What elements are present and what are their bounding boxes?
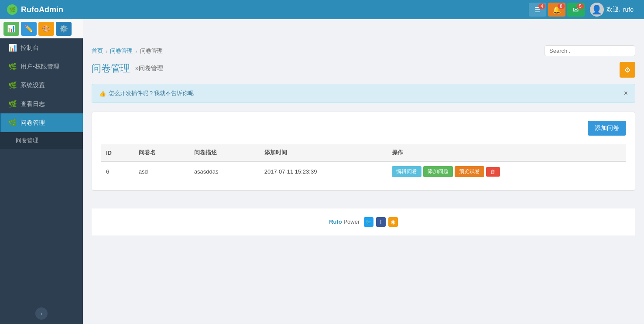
dashboard-icon-btn[interactable]: 📊 <box>3 22 19 36</box>
footer: Rufo Power 🐦 f ◉ <box>92 208 635 235</box>
icon-toolbar: 📊 ✏️ 🎨 ⚙️ <box>0 19 83 38</box>
sidebar-item-dashboard[interactable]: 📊 控制台 <box>0 38 83 57</box>
brand-logo-icon: 🌿 <box>7 4 17 15</box>
alert-text: 👍 怎么开发插件呢？我就不告诉你呢 <box>99 89 194 97</box>
sidebar-item-label: 系统设置 <box>21 82 45 89</box>
sidebar-sub-item-survey-manage[interactable]: 问卷管理 <box>0 132 83 149</box>
sidebar: 📊 控制台 🌿 用户-权限管理 🌿 系统设置 🌿 查看日志 🌿 问卷管理 问卷管… <box>0 38 83 324</box>
brand: 🌿 RufoAdmin <box>7 4 63 15</box>
rss-icon[interactable]: ◉ <box>388 217 398 227</box>
edit-icon-btn[interactable]: ✏️ <box>21 22 37 36</box>
delete-survey-btn[interactable]: 🗑 <box>486 167 500 177</box>
sidebar-item-system[interactable]: 🌿 系统设置 <box>0 76 83 95</box>
cell-id: 6 <box>101 161 134 181</box>
add-question-btn[interactable]: 添加问题 <box>423 166 453 177</box>
messages-btn[interactable]: ☰ 4 <box>529 3 546 17</box>
footer-brand: Rufo <box>329 218 342 225</box>
notifications-badge: 8 <box>558 3 565 9</box>
page-gear-btn[interactable]: ⚙ <box>620 62 635 78</box>
theme-icon-btn[interactable]: 🎨 <box>38 22 54 36</box>
layout: 📊 控制台 🌿 用户-权限管理 🌿 系统设置 🌿 查看日志 🌿 问卷管理 问卷管… <box>0 0 644 324</box>
cell-time: 2017-07-11 15:23:39 <box>259 161 387 181</box>
cell-desc: asasddas <box>189 161 259 181</box>
user-icon: 🌿 <box>8 62 17 71</box>
brand-name: RufoAdmin <box>21 5 63 14</box>
cell-name: asd <box>134 161 189 181</box>
messages-badge: 4 <box>538 3 545 9</box>
notifications-btn[interactable]: 🔔 8 <box>548 3 565 17</box>
preview-survey-btn[interactable]: 预览试卷 <box>455 166 484 177</box>
twitter-icon[interactable]: 🐦 <box>364 217 373 227</box>
alert-icon: 👍 <box>99 90 106 97</box>
add-survey-btn[interactable]: 添加问卷 <box>588 121 626 136</box>
page-header: 问卷管理 »问卷管理 ⚙ <box>92 62 635 75</box>
sidebar-item-label: 用户-权限管理 <box>21 63 59 71</box>
avatar: 👤 <box>590 3 604 17</box>
edit-survey-btn[interactable]: 编辑问卷 <box>392 166 421 177</box>
mail-btn[interactable]: ✉ 5 <box>567 3 585 17</box>
alert-message: 怎么开发插件呢？我就不告诉你呢 <box>109 89 194 97</box>
survey-icon: 🌿 <box>8 119 17 127</box>
breadcrumb-sep-2: › <box>135 48 137 55</box>
mail-badge: 5 <box>577 3 584 9</box>
col-action: 操作 <box>387 144 626 161</box>
col-name: 问卷名 <box>134 144 189 161</box>
col-time: 添加时间 <box>259 144 387 161</box>
top-navbar: 🌿 RufoAdmin ☰ 4 🔔 8 ✉ 5 👤 欢迎, rufo <box>0 0 644 19</box>
panel-toolbar: 添加问卷 <box>101 121 626 136</box>
main-content: 首页 › 问卷管理 › 问卷管理 问卷管理 »问卷管理 ⚙ 👍 怎么开发插件呢？… <box>83 38 644 324</box>
user-name: rufo <box>623 6 634 13</box>
dashboard-icon: 📊 <box>8 44 17 52</box>
sidebar-item-label: 问卷管理 <box>21 119 45 127</box>
user-info[interactable]: 👤 欢迎, rufo <box>586 1 637 18</box>
system-icon: 🌿 <box>8 81 17 89</box>
breadcrumb-current: 问卷管理 <box>140 47 163 55</box>
surveys-table: ID 问卷名 问卷描述 添加时间 操作 6 asd asasddas 2017-… <box>101 144 626 181</box>
breadcrumb-home[interactable]: 首页 <box>92 47 103 55</box>
footer-power: Power <box>343 218 360 225</box>
sidebar-sub-item-label: 问卷管理 <box>16 136 38 144</box>
logs-icon: 🌿 <box>8 100 17 108</box>
search-input[interactable] <box>545 45 635 56</box>
breadcrumb-sep-1: › <box>106 48 107 55</box>
user-greeting: 欢迎, <box>606 6 620 14</box>
gear-icon: ⚙ <box>624 66 630 74</box>
breadcrumb-survey-manage[interactable]: 问卷管理 <box>110 47 133 55</box>
facebook-icon[interactable]: f <box>376 217 386 227</box>
main-panel: 添加问卷 ID 问卷名 问卷描述 添加时间 操作 6 asd asasddas <box>92 112 635 191</box>
page-subtitle: »问卷管理 <box>135 65 163 72</box>
col-desc: 问卷描述 <box>189 144 259 161</box>
sidebar-item-label: 查看日志 <box>21 100 45 108</box>
sidebar-item-user-manage[interactable]: 🌿 用户-权限管理 <box>0 57 83 76</box>
alert-close-btn[interactable]: × <box>624 89 628 97</box>
settings-icon-btn[interactable]: ⚙️ <box>56 22 72 36</box>
cell-actions: 编辑问卷 添加问题 预览试卷 🗑 <box>387 161 626 181</box>
table-row: 6 asd asasddas 2017-07-11 15:23:39 编辑问卷 … <box>101 161 626 181</box>
top-navbar-right: ☰ 4 🔔 8 ✉ 5 👤 欢迎, rufo <box>529 1 637 18</box>
sidebar-item-survey[interactable]: 🌿 问卷管理 <box>0 113 83 132</box>
alert-box: 👍 怎么开发插件呢？我就不告诉你呢 × <box>92 84 635 103</box>
breadcrumb-search-box <box>545 45 635 56</box>
col-id: ID <box>101 144 134 161</box>
sidebar-item-label: 控制台 <box>21 44 39 52</box>
footer-icons: 🐦 f ◉ <box>364 217 398 227</box>
sidebar-item-logs[interactable]: 🌿 查看日志 <box>0 95 83 113</box>
breadcrumb: 首页 › 问卷管理 › 问卷管理 <box>92 47 635 55</box>
page-title: 问卷管理 <box>92 62 130 75</box>
sidebar-collapse-btn[interactable]: ‹ <box>35 307 48 320</box>
